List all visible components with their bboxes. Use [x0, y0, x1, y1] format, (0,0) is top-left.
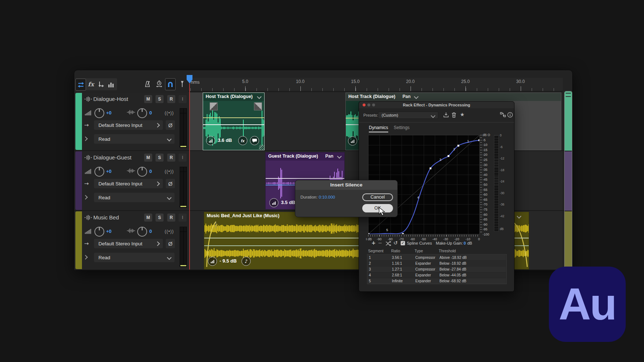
save-preset-icon[interactable] — [443, 112, 449, 118]
clip-comment-button[interactable] — [250, 136, 259, 145]
timeline-ruler[interactable]: hms 5.010.015.020.025.030.0 — [188, 78, 563, 91]
clip-gain-button[interactable] — [208, 257, 217, 266]
dialog-title[interactable]: Insert Silence — [295, 180, 397, 190]
track3-solo-button[interactable]: S — [156, 214, 164, 222]
track1-arm-button[interactable]: R — [167, 95, 175, 103]
track2-solo-button[interactable]: S — [156, 154, 164, 162]
track3-input-monitor-button[interactable]: I — [179, 214, 187, 222]
fade-out-handle[interactable] — [254, 102, 262, 110]
clip-music-note-button[interactable]: ♪ — [242, 257, 251, 266]
fade-in-handle[interactable] — [210, 102, 218, 110]
segment-table-row[interactable]: 13.56:1CompressorAbove -18.92 dB — [368, 255, 506, 260]
curve-control-point[interactable] — [457, 145, 459, 147]
scroll-segment-track3[interactable] — [565, 211, 572, 270]
add-point-button[interactable]: + — [371, 240, 376, 246]
clip-gain-button[interactable] — [269, 198, 278, 207]
channel-routing-icon[interactable] — [500, 112, 506, 117]
track2-arm-button[interactable]: R — [167, 154, 175, 162]
table-header-threshold[interactable]: Threshold — [439, 249, 456, 253]
clip-envelope-mode[interactable]: Pan — [402, 94, 411, 99]
table-header-ratio[interactable]: Ratio — [391, 249, 400, 253]
volume-envelope-line[interactable] — [266, 178, 344, 179]
track3-volume-knob[interactable] — [94, 227, 104, 237]
track1-pan-value[interactable]: 0 — [149, 110, 152, 116]
track1-input-select[interactable]: Default Stereo Input — [94, 120, 163, 130]
track2-input-monitor-button[interactable]: I — [179, 154, 187, 162]
cancel-button[interactable]: Cancel — [362, 193, 393, 201]
minimize-traffic-light[interactable] — [367, 103, 370, 106]
track2-volume-value[interactable]: +0 — [106, 169, 112, 174]
track3-phase-button[interactable]: Ø — [166, 239, 175, 248]
info-icon[interactable] — [507, 112, 513, 118]
track3-arm-button[interactable]: R — [167, 214, 175, 222]
invert-curve-icon[interactable] — [385, 241, 392, 246]
close-traffic-light[interactable] — [363, 103, 366, 106]
scrollbar-grip[interactable] — [566, 93, 571, 97]
track2-pan-knob[interactable] — [137, 167, 147, 177]
track1-automation-select[interactable]: Read — [94, 134, 175, 144]
segment-table-row[interactable]: 42.68:1ExpanderBelow -44.05 dB — [368, 272, 506, 278]
clip-gain-button[interactable] — [206, 136, 215, 145]
track1-solo-button[interactable]: S — [156, 95, 164, 103]
track2-pan-value[interactable]: 0 — [149, 169, 152, 174]
clip-fx-button[interactable]: fx — [238, 136, 247, 145]
track1-pan-knob[interactable] — [137, 108, 147, 118]
track3-color-strip[interactable] — [75, 211, 82, 269]
track-zoom-scrollbar[interactable] — [564, 91, 572, 270]
track2-mute-button[interactable]: M — [144, 154, 152, 162]
track3-input-select[interactable]: Default Stereo Input — [94, 239, 163, 248]
scroll-segment-track2[interactable] — [565, 151, 572, 211]
segment-table-row[interactable]: 5InfiniteExpanderBelow -68.92 dB — [368, 278, 506, 284]
volume-envelope-line[interactable] — [346, 118, 360, 118]
track2-color-strip[interactable] — [75, 151, 82, 210]
volume-envelope-line[interactable] — [203, 117, 264, 118]
track3-pan-knob[interactable] — [137, 227, 147, 237]
monitor-input-icon[interactable]: ((•)) — [165, 110, 174, 116]
favorite-star-icon[interactable]: ★ — [460, 112, 465, 117]
segment-table-row[interactable]: 21.16:1ExpanderBelow -18.92 dB — [368, 261, 506, 266]
clip-resize-hatch[interactable] — [259, 145, 264, 150]
track2-automation-select[interactable]: Read — [94, 193, 175, 202]
scroll-segment-track1[interactable] — [565, 91, 572, 151]
clip-host-track-1[interactable]: Host Track (Dialogue) 3.6 dB fx — [203, 93, 265, 150]
panel-title[interactable]: Rack Effect - Dynamics Processing — [359, 102, 514, 108]
track1-volume-value[interactable]: +0 — [106, 110, 112, 116]
track1-input-monitor-button[interactable]: I — [179, 95, 187, 103]
spline-curves-label[interactable]: Spline Curves — [407, 241, 432, 245]
monitor-input-icon[interactable]: ((•)) — [165, 229, 174, 234]
curve-control-point[interactable] — [402, 233, 404, 234]
mixer-view-button[interactable] — [106, 79, 116, 90]
delete-preset-icon[interactable] — [451, 112, 457, 118]
track3-name[interactable]: Music Bed — [93, 214, 119, 220]
track2-name[interactable]: Dialogue-Guest — [93, 154, 131, 161]
expand-chevron-icon[interactable] — [83, 136, 88, 141]
track1-color-strip[interactable] — [75, 93, 82, 150]
track3-mute-button[interactable]: M — [144, 214, 152, 222]
track1-name[interactable]: Dialogue-Host — [93, 96, 128, 102]
track3-automation-select[interactable]: Read — [94, 253, 175, 262]
track3-volume-value[interactable]: +0 — [106, 229, 112, 234]
track3-pan-value[interactable]: 0 — [149, 229, 152, 234]
marker-button[interactable] — [177, 78, 187, 90]
track2-phase-button[interactable]: Ø — [166, 179, 175, 188]
ok-button[interactable]: OK — [362, 204, 393, 212]
duration-value[interactable]: 0:10.000 — [319, 195, 335, 199]
tab-dynamics[interactable]: Dynamics — [369, 125, 388, 132]
snap-toggle-button[interactable] — [165, 78, 176, 90]
timed-record-button[interactable] — [154, 78, 164, 90]
expand-chevron-icon[interactable] — [83, 255, 88, 260]
table-header-type[interactable]: Type — [415, 249, 423, 253]
zoom-traffic-light[interactable] — [372, 103, 375, 106]
tab-settings[interactable]: Settings — [394, 125, 409, 132]
reset-curve-button[interactable]: ↺ — [393, 240, 398, 246]
curve-control-point[interactable] — [479, 139, 480, 141]
table-header-segment[interactable]: Segment — [368, 249, 383, 253]
preset-select[interactable]: (Custom) — [378, 112, 438, 119]
track1-phase-button[interactable]: Ø — [166, 120, 175, 130]
makeup-gain-value[interactable]: 0 — [464, 241, 466, 245]
curve-control-point[interactable] — [448, 155, 449, 157]
metronome-button[interactable] — [142, 78, 152, 90]
track1-mute-button[interactable]: M — [144, 95, 152, 103]
clip-gain-button[interactable] — [348, 136, 357, 146]
effects-rack-button[interactable]: fx — [86, 79, 96, 90]
